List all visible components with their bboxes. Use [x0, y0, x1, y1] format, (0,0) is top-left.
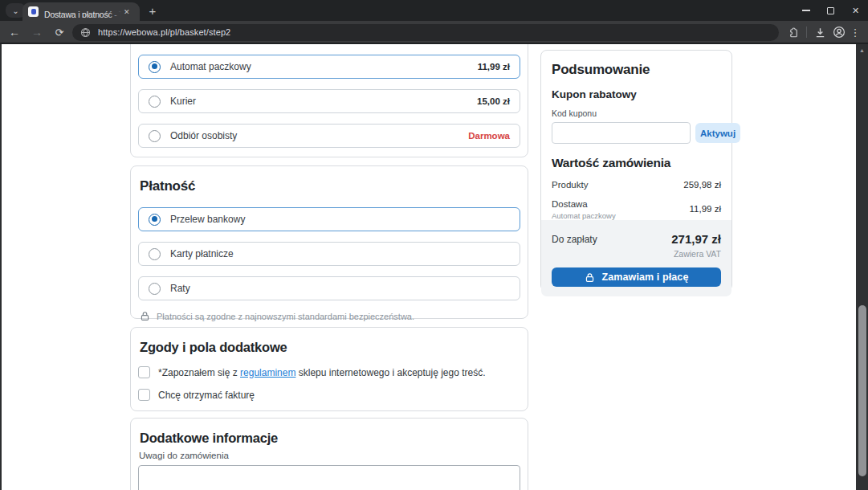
profile-avatar-icon[interactable]: [832, 25, 846, 39]
coupon-section-title: Kupon rabatowy: [552, 88, 721, 100]
page-viewport: Automat paczkowy 11,99 zł Kurier 15,00 z…: [0, 44, 856, 490]
shipping-option-automat[interactable]: Automat paczkowy 11,99 zł: [138, 55, 520, 79]
radio-icon[interactable]: [149, 130, 161, 142]
shipping-option-kurier[interactable]: Kurier 15,00 zł: [138, 89, 520, 113]
products-row: Produkty 259,98 zł: [552, 180, 721, 190]
radio-icon[interactable]: [149, 248, 161, 260]
terms-link[interactable]: regulaminem: [240, 367, 295, 378]
terms-consent-row[interactable]: *Zapoznałem się z regulaminem sklepu int…: [138, 366, 520, 378]
shipping-option-label: Automat paczkowy: [170, 61, 251, 72]
scrollbar-up-arrow-icon[interactable]: ▲: [856, 44, 868, 53]
consents-title: Zgody i pola dodatkowe: [140, 340, 520, 355]
vat-note: Zawiera VAT: [671, 249, 721, 259]
payment-option-przelew[interactable]: Przelew bankowy: [138, 207, 520, 231]
payment-title: Płatność: [140, 178, 520, 194]
payment-security-text: Płatności są zgodne z najnowszymi standa…: [157, 312, 414, 321]
summary-title: Podsumowanie: [552, 62, 721, 78]
maximize-icon: [827, 7, 834, 14]
address-bar[interactable]: https://webowa.pl/pl/basket/step2: [72, 24, 779, 41]
order-summary-panel: Podsumowanie Kupon rabatowy Kod kuponu A…: [540, 50, 732, 292]
shipping-option-price-free: Darmowa: [468, 131, 510, 141]
delivery-label: Dostawa: [552, 199, 588, 209]
delivery-value: 11,99 zł: [690, 199, 721, 214]
shipping-section: Automat paczkowy 11,99 zł Kurier 15,00 z…: [130, 44, 528, 157]
payment-option-label: Przelew bankowy: [170, 214, 245, 225]
place-order-button[interactable]: Zamawiam i płacę: [552, 267, 721, 287]
radio-selected-icon[interactable]: [149, 214, 161, 226]
browser-menu-icon[interactable]: ⋮: [848, 25, 862, 39]
activate-coupon-button[interactable]: Aktywuj: [695, 123, 740, 143]
site-info-globe-icon[interactable]: [80, 27, 91, 38]
payment-option-karty[interactable]: Karty płatnicze: [138, 242, 520, 266]
invoice-checkbox[interactable]: [138, 389, 150, 401]
chevron-down-icon: ⌄: [12, 6, 18, 15]
coupon-code-label: Kod kuponu: [552, 108, 721, 118]
additional-info-section: Dodatkowe informacje Uwagi do zamówienia: [130, 418, 528, 490]
order-notes-label: Uwagi do zamówienia: [139, 451, 520, 460]
window-close-button[interactable]: ✕: [843, 0, 868, 21]
order-notes-textarea[interactable]: [138, 465, 520, 490]
invoice-consent-row[interactable]: Chcę otrzymać fakturę: [138, 389, 520, 401]
payment-security-note: Płatności są zgodne z najnowszymi standa…: [140, 311, 520, 321]
downloads-icon[interactable]: [813, 25, 827, 39]
radio-selected-icon[interactable]: [149, 61, 161, 73]
site-favicon-icon: [28, 6, 39, 17]
payment-option-label: Karty płatnicze: [170, 248, 234, 259]
window-maximize-button[interactable]: [818, 0, 843, 21]
shipping-option-odbior[interactable]: Odbiór osobisty Darmowa: [138, 124, 520, 148]
payment-section: Płatność Przelew bankowy Karty płatnicze…: [130, 165, 528, 319]
total-label: Do zapłaty: [552, 232, 597, 245]
tab-close-icon[interactable]: ✕: [124, 8, 130, 16]
shipping-option-price: 15,00 zł: [477, 96, 510, 106]
invoice-label: Chcę otrzymać fakturę: [158, 390, 255, 401]
forward-button[interactable]: →: [29, 24, 45, 40]
url-text: https://webowa.pl/pl/basket/step2: [98, 27, 230, 37]
toolbar-separator: [806, 27, 807, 38]
total-value: 271,97 zł: [671, 232, 721, 246]
coupon-code-input[interactable]: [552, 122, 691, 144]
page-scrollbar[interactable]: ▲: [856, 44, 868, 490]
browser-titlebar: ⌄ Dostawa i płatność - Twój koszyk ✕ + ✕: [0, 0, 868, 21]
new-tab-button[interactable]: +: [145, 3, 160, 18]
close-icon: ✕: [852, 6, 859, 16]
payment-option-label: Raty: [170, 283, 190, 294]
payment-option-raty[interactable]: Raty: [138, 276, 520, 300]
lock-icon: [140, 311, 150, 321]
radio-icon[interactable]: [149, 283, 161, 295]
shipping-option-price: 11,99 zł: [478, 62, 510, 71]
lock-icon: [585, 272, 595, 283]
browser-tab[interactable]: Dostawa i płatność - Twój koszyk ✕: [22, 2, 140, 21]
place-order-label: Zamawiam i płacę: [602, 272, 689, 283]
extensions-icon[interactable]: [786, 25, 801, 39]
scrollbar-thumb[interactable]: [858, 305, 866, 476]
terms-checkbox[interactable]: [138, 366, 150, 378]
delivery-row: Dostawa Automat paczkowy 11,99 zł: [552, 199, 721, 220]
shipping-option-label: Odbiór osobisty: [170, 130, 237, 141]
terms-label: *Zapoznałem się z regulaminem sklepu int…: [158, 367, 486, 378]
consents-section: Zgody i pola dodatkowe *Zapoznałem się z…: [130, 327, 528, 411]
delivery-method: Automat paczkowy: [552, 211, 616, 220]
minimize-icon: [802, 10, 810, 11]
products-value: 259,98 zł: [683, 180, 721, 190]
order-value-title: Wartość zamówienia: [552, 156, 721, 170]
window-minimize-button[interactable]: [793, 0, 818, 21]
additional-info-title: Dodatkowe informacje: [140, 431, 520, 446]
products-label: Produkty: [552, 180, 588, 190]
summary-footer: Do zapłaty 271,97 zł Zawiera VAT Zamawia…: [541, 220, 731, 296]
shipping-option-label: Kurier: [170, 96, 196, 107]
back-button[interactable]: ←: [6, 24, 22, 40]
reload-button[interactable]: ⟳: [51, 24, 67, 40]
radio-icon[interactable]: [149, 96, 161, 108]
